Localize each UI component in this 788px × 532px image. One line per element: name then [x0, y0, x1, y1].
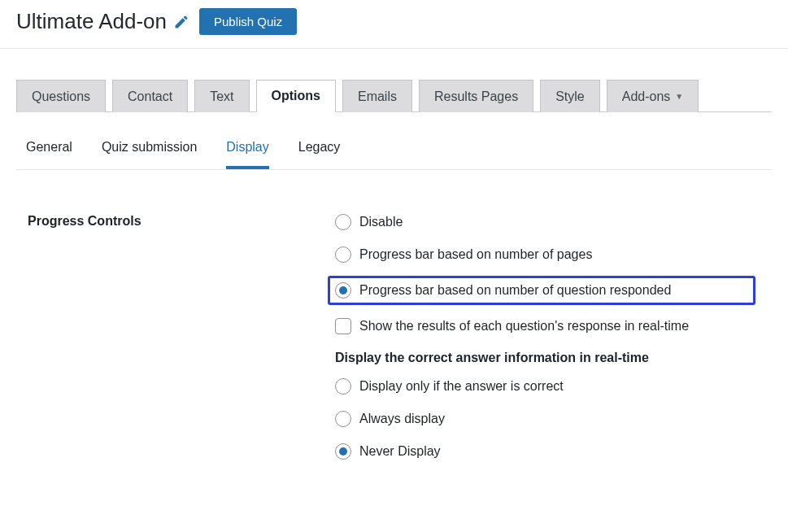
- option-label: Progress bar based on number of question…: [359, 283, 671, 298]
- checkbox-icon[interactable]: [335, 318, 351, 334]
- tab-addons[interactable]: Add-ons ▼: [607, 80, 699, 112]
- option-label: Show the results of each question's resp…: [359, 319, 689, 334]
- option-label: Disable: [359, 215, 403, 229]
- answer-option-always[interactable]: Always display: [335, 411, 755, 427]
- option-label: Never Display: [359, 444, 441, 459]
- option-label: Progress bar based on number of pages: [359, 247, 592, 262]
- progress-controls-heading: Progress Controls: [28, 214, 335, 476]
- progress-option-pages[interactable]: Progress bar based on number of pages: [335, 246, 755, 263]
- tab-results-pages[interactable]: Results Pages: [419, 80, 533, 112]
- realtime-results-option[interactable]: Show the results of each question's resp…: [335, 318, 755, 334]
- chevron-down-icon: ▼: [675, 92, 683, 101]
- main-tabs-wrapper: Questions Contact Text Options Emails Re…: [0, 49, 788, 476]
- publish-quiz-button[interactable]: Publish Quiz: [199, 8, 297, 35]
- answer-option-never[interactable]: Never Display: [335, 443, 755, 460]
- main-tabs: Questions Contact Text Options Emails Re…: [16, 80, 772, 112]
- tab-contact[interactable]: Contact: [112, 80, 188, 112]
- tab-style[interactable]: Style: [540, 80, 600, 112]
- sub-tabs: General Quiz submission Display Legacy: [16, 112, 772, 170]
- radio-icon[interactable]: [335, 246, 351, 263]
- radio-icon[interactable]: [335, 214, 351, 230]
- option-label: Display only if the answer is correct: [359, 379, 564, 394]
- progress-option-disable[interactable]: Disable: [335, 214, 755, 230]
- page-header: Ultimate Add-on Publish Quiz: [0, 0, 788, 49]
- subtab-general[interactable]: General: [26, 140, 72, 169]
- radio-icon[interactable]: [335, 411, 351, 427]
- radio-icon[interactable]: [335, 378, 351, 395]
- edit-title-icon[interactable]: [173, 14, 189, 30]
- subtab-quiz-submission[interactable]: Quiz submission: [102, 140, 197, 169]
- tab-questions[interactable]: Questions: [16, 80, 106, 112]
- radio-icon[interactable]: [335, 443, 351, 460]
- settings-content: Progress Controls Disable Progress bar b…: [16, 170, 772, 476]
- subtab-display[interactable]: Display: [226, 140, 268, 169]
- options-column: Disable Progress bar based on number of …: [335, 214, 755, 476]
- answer-info-heading: Display the correct answer information i…: [335, 351, 755, 365]
- radio-icon[interactable]: [335, 282, 351, 299]
- progress-option-questions[interactable]: Progress bar based on number of question…: [328, 276, 755, 305]
- page-title: Ultimate Add-on: [16, 9, 167, 34]
- tab-emails[interactable]: Emails: [342, 80, 412, 112]
- subtab-legacy[interactable]: Legacy: [298, 140, 341, 169]
- answer-option-correct-only[interactable]: Display only if the answer is correct: [335, 378, 755, 395]
- tab-text[interactable]: Text: [194, 80, 249, 112]
- tab-options[interactable]: Options: [256, 80, 336, 112]
- option-label: Always display: [359, 412, 445, 426]
